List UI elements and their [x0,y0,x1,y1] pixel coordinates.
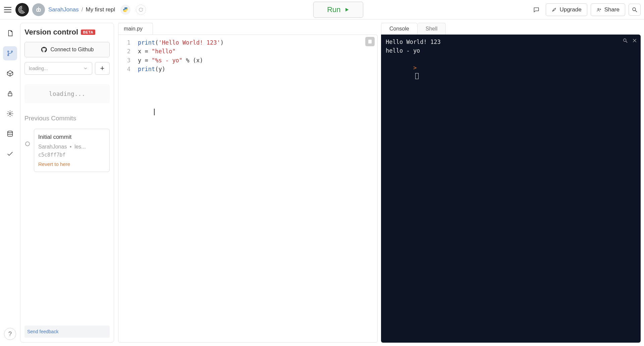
console-clear-button[interactable] [632,37,637,46]
file-icon [6,30,14,37]
share-button[interactable]: Share [591,3,625,16]
previous-commits-title: Previous Commits [24,115,110,122]
console-prompt-line: > [386,55,636,89]
spiral-icon [17,5,27,14]
svg-point-10 [11,51,13,52]
rail-settings[interactable] [3,107,17,121]
menu-icon[interactable] [3,5,12,14]
chat-icon [533,6,540,13]
commit-sep: • [70,144,72,150]
connect-github-label: Connect to Github [51,47,94,53]
close-icon [632,38,637,43]
svg-point-8 [8,51,9,52]
console-search-button[interactable] [623,37,628,46]
editor-pane: main.py 1234 print('Hello World! 123')x … [118,23,378,343]
vc-title-row: Version control BETA [24,28,110,37]
svg-point-12 [9,113,11,115]
rail-version-control[interactable] [3,46,17,60]
tab-console[interactable]: Console [381,23,418,35]
beta-badge: BETA [81,30,95,35]
branch-row: loading... + [24,62,110,75]
svg-rect-0 [37,8,41,11]
header-center: Run [146,2,530,18]
breadcrumb-separator: / [82,6,83,13]
console-tabs: Console Shell [381,23,641,35]
branch-icon [6,50,14,57]
run-label: Run [327,5,340,14]
rail-database[interactable] [3,127,17,141]
console-pane: Console Shell Hello World! 123hello - yo… [381,23,641,343]
commit-dot [25,141,30,146]
commit-title: Initial commit [38,134,105,140]
search-icon [623,38,628,43]
loading-placeholder: loading... [24,84,110,103]
svg-point-9 [8,55,9,56]
reload-button[interactable] [136,5,146,15]
svg-rect-14 [368,40,371,44]
app-logo[interactable] [15,3,29,16]
svg-line-7 [635,10,637,12]
commit-author: SarahJonas [38,144,67,150]
robot-icon [35,6,42,13]
commit-timeline: Initial commit SarahJonas • les... c5c8f… [24,129,110,172]
add-branch-button[interactable]: + [95,62,110,75]
breadcrumb-repl[interactable]: My first repl [86,6,115,13]
svg-line-19 [626,41,627,43]
rail-secrets[interactable] [3,86,17,101]
svg-point-6 [633,8,636,11]
package-icon [6,70,14,77]
svg-point-2 [39,9,40,10]
plus-icon: + [100,64,105,73]
console-prompt: > [413,64,417,71]
sidebar-rail: ? [0,19,20,346]
rail-packages[interactable] [3,66,17,80]
version-control-panel: Version control BETA Connect to Github l… [20,23,114,343]
play-icon [344,7,350,12]
vc-title: Version control [24,28,78,37]
commit-hash: c5c8ff7bf [38,152,105,158]
docs-markdown-button[interactable] [365,37,375,46]
file-tab-main[interactable]: main.py [118,23,153,35]
svg-point-5 [598,8,599,10]
svg-point-18 [624,39,626,42]
language-badge[interactable] [120,5,130,15]
main-area: ? Version control BETA Connect to Github… [0,19,644,346]
upgrade-label: Upgrade [559,6,581,13]
branch-select-placeholder: loading... [29,66,48,71]
send-feedback-link[interactable]: Send feedback [24,326,110,338]
people-plus-icon [596,7,602,12]
commit-card[interactable]: Initial commit SarahJonas • les... c5c8f… [34,129,110,172]
search-button[interactable] [629,4,641,16]
tab-shell[interactable]: Shell [418,23,446,35]
commit-dot-col [24,129,31,172]
editor-tabs: main.py [118,23,378,35]
rail-files[interactable] [3,26,17,40]
rail-tests[interactable] [3,147,17,161]
run-button[interactable]: Run [313,2,363,18]
python-icon [122,7,128,13]
breadcrumb-user[interactable]: SarahJonas [48,6,79,13]
upgrade-button[interactable]: Upgrade [546,3,587,16]
question-mark-icon: ? [8,331,12,338]
svg-point-13 [8,131,13,133]
commit-meta: SarahJonas • les... [38,144,105,150]
console-cursor [415,73,419,79]
code-lines[interactable]: print('Hello World! 123')x = "hello"y = … [135,35,224,342]
comments-button[interactable] [530,4,542,16]
editor-body[interactable]: 1234 print('Hello World! 123')x = "hello… [118,35,378,343]
help-button[interactable]: ? [4,328,16,340]
svg-point-4 [38,7,39,7]
header-left: SarahJonas / My first repl [3,3,146,16]
rocket-icon [551,7,557,12]
branch-select[interactable]: loading... [24,62,92,75]
github-icon [41,46,47,53]
document-icon [367,39,373,44]
console-body[interactable]: Hello World! 123hello - yo > [381,35,641,343]
svg-rect-11 [8,93,12,96]
connect-github-button[interactable]: Connect to Github [24,42,110,57]
share-label: Share [604,6,620,13]
user-avatar[interactable] [32,3,45,16]
console-output: Hello World! 123hello - yo [386,38,636,55]
console-actions [623,37,637,46]
revert-link[interactable]: Revert to here [38,161,105,167]
